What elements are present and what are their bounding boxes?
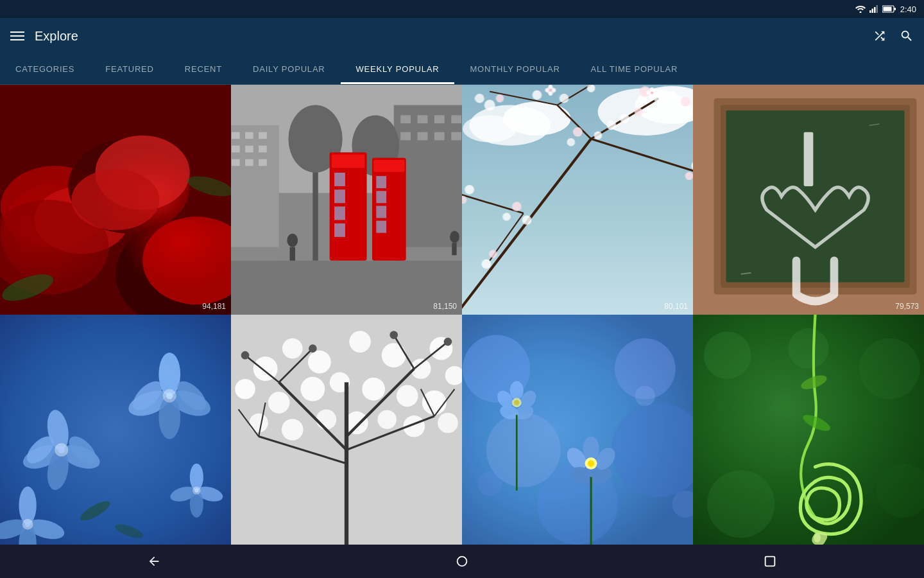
svg-point-104: [522, 215, 532, 225]
svg-rect-40: [451, 132, 461, 141]
svg-point-231: [458, 557, 467, 566]
svg-point-174: [282, 419, 304, 441]
grid-cell-phone-booth[interactable]: 81,150: [231, 85, 462, 315]
battery-icon: [882, 5, 896, 13]
back-button[interactable]: [135, 545, 173, 578]
svg-point-81: [484, 100, 495, 110]
svg-rect-4: [876, 5, 878, 13]
svg-rect-37: [400, 132, 411, 141]
svg-rect-3: [874, 7, 876, 13]
bw-tree-image: [231, 315, 462, 545]
svg-rect-51: [334, 173, 345, 186]
grid-cell-blue-flowers[interactable]: [0, 315, 231, 545]
svg-point-223: [704, 331, 751, 379]
svg-rect-23: [232, 132, 240, 139]
tab-recent[interactable]: RECENT: [169, 54, 237, 84]
app-bar: Explore: [0, 18, 924, 54]
svg-point-179: [438, 413, 458, 434]
svg-rect-28: [259, 146, 267, 153]
home-button[interactable]: [443, 545, 481, 578]
svg-point-105: [489, 250, 497, 258]
cell-count-2: 81,150: [433, 302, 457, 311]
cell-count-1: 94,181: [202, 302, 226, 311]
svg-point-227: [788, 328, 828, 369]
svg-point-107: [549, 85, 552, 89]
svg-rect-39: [434, 132, 445, 141]
grid-cell-roses[interactable]: 94,181: [0, 85, 231, 315]
svg-point-65: [450, 231, 459, 243]
recents-button[interactable]: [751, 545, 789, 578]
svg-point-136: [19, 486, 36, 524]
cherry-blossom-image: [462, 85, 693, 315]
chalkboard-image: [693, 85, 924, 315]
svg-point-196: [444, 338, 452, 346]
tab-categories[interactable]: CATEGORIES: [0, 54, 90, 84]
svg-point-115: [646, 91, 650, 94]
svg-rect-232: [766, 557, 775, 566]
app-title: Explore: [35, 29, 862, 44]
svg-point-153: [194, 489, 198, 493]
svg-rect-41: [231, 261, 462, 315]
grid-cell-cherry-blossom[interactable]: 80,101: [462, 85, 693, 315]
svg-point-161: [349, 331, 371, 353]
grid-cell-chalkboard[interactable]: 79,573: [693, 85, 924, 315]
shuffle-icon[interactable]: [873, 29, 887, 43]
tab-monthly-popular[interactable]: MONTHLY POPULAR: [454, 54, 575, 84]
svg-rect-61: [376, 206, 386, 218]
svg-point-82: [496, 94, 504, 103]
svg-rect-6: [894, 8, 896, 10]
roses-image: [0, 85, 231, 315]
svg-point-139: [25, 521, 30, 527]
cell-count-4: 79,573: [895, 302, 919, 311]
status-icons: 2:40: [855, 4, 916, 14]
svg-point-195: [389, 331, 398, 339]
tab-weekly-popular[interactable]: WEEKLY POPULAR: [341, 54, 455, 84]
svg-point-98: [606, 121, 616, 130]
svg-point-209: [588, 460, 595, 467]
tab-featured[interactable]: FEATURED: [90, 54, 169, 84]
image-grid: 94,181: [0, 85, 924, 545]
svg-rect-48: [332, 154, 365, 168]
svg-rect-30: [245, 159, 253, 166]
svg-rect-64: [290, 247, 295, 261]
svg-rect-50: [348, 170, 364, 258]
tab-all-time-popular[interactable]: ALL TIME POPULAR: [576, 54, 694, 84]
svg-rect-24: [245, 132, 253, 139]
svg-point-108: [552, 88, 556, 92]
svg-point-147: [166, 392, 173, 399]
status-time: 2:40: [900, 4, 916, 14]
svg-rect-34: [418, 115, 428, 123]
svg-point-116: [651, 92, 653, 94]
grid-cell-spiral[interactable]: [693, 315, 924, 545]
home-icon: [455, 554, 469, 568]
grid-cell-forget-me-not[interactable]: [462, 315, 693, 545]
phone-booth-image: [231, 85, 462, 315]
svg-point-103: [502, 213, 511, 221]
svg-point-216: [514, 400, 519, 405]
svg-point-225: [707, 470, 774, 538]
tab-daily-popular[interactable]: DAILY POPULAR: [237, 54, 341, 84]
spiral-image: [693, 315, 924, 545]
svg-rect-122: [804, 132, 814, 186]
svg-rect-56: [373, 160, 404, 172]
svg-point-94: [465, 185, 474, 195]
svg-point-210: [510, 381, 524, 399]
svg-rect-52: [334, 189, 345, 203]
svg-rect-33: [400, 115, 411, 123]
wifi-icon: [855, 5, 866, 13]
svg-point-194: [309, 344, 317, 353]
forget-me-not-image: [462, 315, 693, 545]
svg-point-89: [654, 94, 663, 103]
svg-rect-58: [389, 173, 404, 258]
svg-point-220: [477, 471, 502, 496]
tab-bar: CATEGORIES FEATURED RECENT DAILY POPULAR…: [0, 54, 924, 85]
bottom-nav: [0, 545, 924, 578]
cell-count-3: 80,101: [664, 302, 688, 311]
svg-rect-60: [376, 191, 386, 203]
svg-point-93: [685, 172, 693, 180]
menu-button[interactable]: [10, 31, 24, 40]
svg-point-169: [397, 385, 418, 407]
search-icon[interactable]: [900, 29, 914, 43]
grid-cell-bw-tree[interactable]: [231, 315, 462, 545]
svg-point-83: [475, 94, 484, 103]
